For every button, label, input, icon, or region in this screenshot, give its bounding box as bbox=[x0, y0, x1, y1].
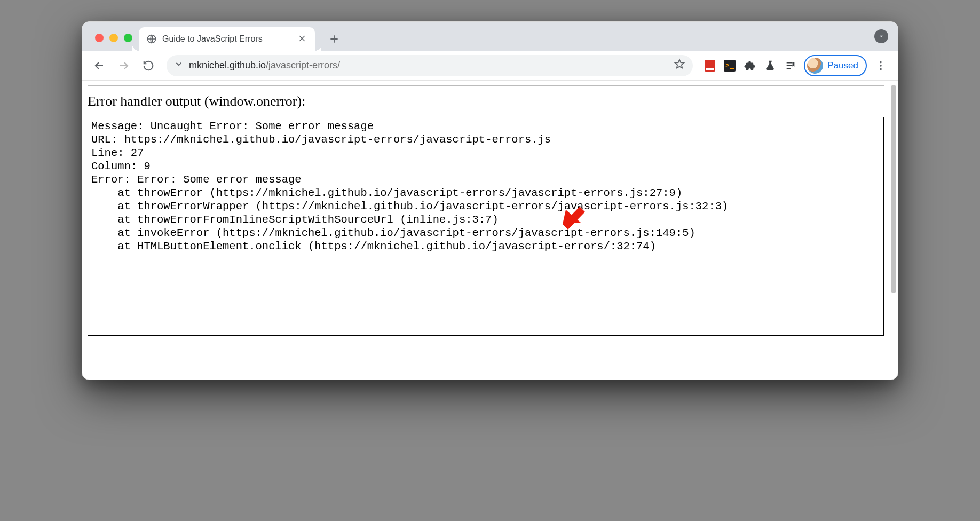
stack-line: at throwError (https://mknichel.github.i… bbox=[91, 187, 682, 199]
scrollbar-thumb[interactable] bbox=[891, 85, 896, 293]
bookmark-star-icon[interactable] bbox=[674, 58, 685, 73]
new-tab-button[interactable] bbox=[325, 29, 344, 49]
tab-title: Guide to JavaScript Errors bbox=[162, 34, 293, 44]
extension-icon-1[interactable] bbox=[705, 60, 715, 72]
window-controls bbox=[90, 34, 139, 51]
page-content: Error handler output (window.onerror): M… bbox=[82, 81, 889, 380]
site-info-icon[interactable] bbox=[174, 59, 184, 72]
extension-icons bbox=[700, 60, 801, 72]
chrome-menu-button[interactable] bbox=[870, 55, 891, 76]
profile-chip[interactable]: Paused bbox=[804, 55, 867, 76]
stack-line: at throwErrorFromInlineScriptWithSourceU… bbox=[91, 214, 499, 226]
toolbar: mknichel.github.io/javascript-errors/ Pa… bbox=[82, 51, 898, 81]
browser-window: Guide to JavaScript Errors bbox=[82, 21, 898, 380]
browser-tab[interactable]: Guide to JavaScript Errors bbox=[139, 27, 315, 51]
error-output-box: Message: Uncaught Error: Some error mess… bbox=[88, 117, 884, 336]
horizontal-rule bbox=[88, 85, 884, 86]
url-text: mknichel.github.io/javascript-errors/ bbox=[189, 60, 668, 71]
scrollbar[interactable] bbox=[889, 81, 898, 380]
extensions-puzzle-icon[interactable] bbox=[744, 60, 756, 72]
extension-icon-2[interactable] bbox=[724, 60, 736, 72]
globe-icon bbox=[146, 34, 157, 44]
avatar bbox=[807, 58, 823, 74]
profile-status: Paused bbox=[827, 60, 858, 71]
reload-button[interactable] bbox=[138, 55, 159, 76]
close-window-button[interactable] bbox=[95, 34, 104, 42]
reading-list-icon[interactable] bbox=[785, 60, 796, 72]
svg-point-1 bbox=[880, 61, 882, 63]
tab-search-button[interactable] bbox=[874, 29, 888, 43]
stack-line: at throwErrorWrapper (https://mknichel.g… bbox=[91, 200, 728, 212]
address-bar[interactable]: mknichel.github.io/javascript-errors/ bbox=[167, 55, 693, 76]
forward-button[interactable] bbox=[113, 55, 135, 76]
back-button[interactable] bbox=[89, 55, 110, 76]
page-viewport: Error handler output (window.onerror): M… bbox=[82, 81, 898, 380]
svg-point-3 bbox=[880, 68, 882, 70]
section-heading: Error handler output (window.onerror): bbox=[88, 93, 884, 109]
tab-strip: Guide to JavaScript Errors bbox=[82, 22, 898, 51]
close-tab-icon[interactable] bbox=[298, 34, 307, 44]
stack-line: at HTMLButtonElement.onclick (https://mk… bbox=[91, 240, 656, 252]
labs-flask-icon[interactable] bbox=[764, 60, 776, 72]
stack-line: at invokeError (https://mknichel.github.… bbox=[91, 227, 696, 239]
zoom-window-button[interactable] bbox=[124, 34, 132, 42]
svg-point-2 bbox=[880, 65, 882, 67]
minimize-window-button[interactable] bbox=[109, 34, 118, 42]
